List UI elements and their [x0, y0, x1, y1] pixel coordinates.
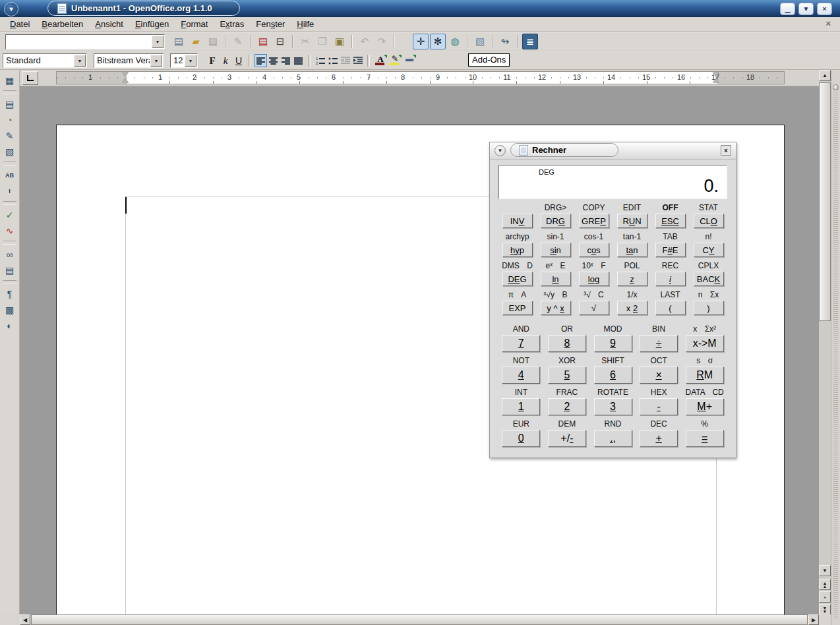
underline-button[interactable]: U: [233, 54, 245, 67]
paragraph-style-combobox[interactable]: Standard ▼: [3, 53, 87, 68]
horizontal-scroll-thumb[interactable]: [31, 614, 808, 625]
calc-key-pow[interactable]: y ^ x: [541, 301, 571, 315]
calc-key-tan[interactable]: tan: [617, 243, 647, 257]
autopilot-icon[interactable]: ↬: [497, 34, 513, 49]
align-left-button[interactable]: [255, 54, 267, 67]
gallery-icon[interactable]: ▧: [472, 34, 488, 49]
window-menu-button[interactable]: ▼: [4, 2, 18, 16]
direct-cursor-icon[interactable]: I: [2, 184, 18, 198]
separator[interactable]: [394, 35, 395, 48]
print-file-icon[interactable]: ⊟: [272, 34, 288, 49]
online-layout-icon[interactable]: ◐: [2, 318, 18, 333]
open-document-icon[interactable]: ▰: [188, 34, 204, 49]
separator[interactable]: [3, 90, 16, 94]
menu-item-fenster[interactable]: Fenster: [250, 18, 291, 30]
highlighting-button[interactable]: ✎: [388, 54, 402, 67]
separator[interactable]: [3, 241, 16, 245]
calc-key-square[interactable]: x 2: [617, 301, 647, 315]
font-dropdown-button[interactable]: ▼: [150, 55, 162, 67]
calc-key-7[interactable]: 7: [502, 335, 540, 352]
calc-key-lparen[interactable]: (: [655, 301, 686, 315]
calculator-close-button[interactable]: ×: [721, 145, 731, 156]
calc-key-9[interactable]: 9: [594, 335, 632, 352]
calc-key-sin[interactable]: sin: [541, 243, 571, 257]
undo-icon[interactable]: ↶: [357, 34, 373, 49]
navigation-button[interactable]: ●: [819, 591, 831, 603]
menu-item-datei[interactable]: Datei: [4, 18, 36, 30]
separator[interactable]: [3, 162, 16, 165]
close-window-button[interactable]: ×: [817, 3, 832, 15]
separator[interactable]: [225, 35, 226, 48]
calc-key-esc[interactable]: ESC: [655, 214, 686, 228]
scroll-left-button[interactable]: ◀: [20, 614, 30, 625]
calc-key-fe[interactable]: F#E: [655, 243, 686, 257]
insert-table-icon[interactable]: ▦: [2, 73, 18, 88]
font-name-combobox[interactable]: Bitstream Vera S ▼: [94, 53, 164, 68]
increase-indent-button[interactable]: [351, 54, 364, 67]
calc-key-deg[interactable]: DEG: [502, 272, 533, 286]
calc-key-exp[interactable]: EXP: [502, 301, 533, 315]
calc-key-1[interactable]: 1: [502, 398, 540, 415]
size-dropdown-button[interactable]: ▼: [185, 55, 196, 67]
calc-key-grep[interactable]: GREP: [579, 214, 609, 228]
calc-key-multiply[interactable]: ×: [640, 367, 678, 384]
calc-key-rparen[interactable]: ): [694, 301, 724, 315]
previous-page-button[interactable]: ▲▲: [819, 579, 831, 590]
calc-key-run[interactable]: RUN: [617, 214, 647, 228]
calc-key-hyp[interactable]: hyp: [502, 243, 533, 257]
separator[interactable]: [351, 35, 353, 48]
vertical-scroll-thumb[interactable]: [819, 82, 831, 321]
calc-key-8[interactable]: 8: [548, 335, 586, 352]
calc-key-sign[interactable]: +/-: [548, 430, 586, 447]
draw-functions-icon[interactable]: ✎: [2, 129, 18, 143]
calc-key-cos[interactable]: cos: [579, 243, 609, 257]
vertical-scrollbar[interactable]: ▲ ▼ ▲▲ ● ▼▼: [819, 70, 831, 614]
minimize-button[interactable]: ▁: [780, 3, 795, 15]
autospellcheck-icon[interactable]: ∿: [2, 223, 18, 238]
horizontal-scrollbar[interactable]: ◀ ▶: [20, 614, 819, 625]
paste-icon[interactable]: ▣: [332, 34, 347, 49]
calc-key-subtract[interactable]: -: [640, 398, 678, 415]
align-justify-button[interactable]: [292, 54, 305, 67]
calc-key-store-memory[interactable]: x->M: [686, 335, 724, 352]
separator[interactable]: [492, 35, 493, 48]
horizontal-ruler[interactable]: 1123456789101112131415161718: [20, 70, 819, 86]
calc-key-equals[interactable]: =: [686, 430, 724, 447]
align-center-button[interactable]: [267, 54, 280, 67]
nonprinting-characters-icon[interactable]: ¶: [2, 287, 18, 301]
font-size-combobox[interactable]: 12 ▼: [170, 53, 198, 68]
calc-key-divide[interactable]: ÷: [640, 335, 678, 352]
calculator-titlebar[interactable]: ▼ Rechner ×: [490, 142, 736, 160]
images-onoff-icon[interactable]: ▩: [2, 303, 18, 317]
align-right-button[interactable]: [280, 54, 292, 67]
find-icon[interactable]: ∞: [2, 247, 18, 262]
menu-item-hilfe[interactable]: Hilfe: [291, 18, 320, 30]
autotext-icon[interactable]: AB: [2, 168, 18, 183]
numbered-list-button[interactable]: 12: [314, 54, 326, 67]
data-sources-icon[interactable]: ▤: [2, 263, 18, 278]
calc-key-z[interactable]: z: [617, 272, 647, 286]
left-indent-marker[interactable]: [122, 72, 129, 84]
redo-icon[interactable]: ↷: [374, 34, 390, 49]
edit-file-icon[interactable]: ✎: [230, 34, 246, 49]
copy-icon[interactable]: ❐: [315, 34, 330, 49]
separator[interactable]: [3, 280, 16, 284]
save-document-icon[interactable]: ▦: [205, 34, 221, 49]
new-document-icon[interactable]: ▤: [171, 34, 187, 49]
bold-button[interactable]: F: [206, 54, 218, 67]
menu-item-bearbeiten[interactable]: Bearbeiten: [36, 18, 89, 30]
tab-type-selector-button[interactable]: [22, 71, 38, 85]
calc-key-0[interactable]: 0: [502, 430, 540, 447]
calc-key-6[interactable]: 6: [594, 367, 632, 384]
next-page-button[interactable]: ▼▼: [819, 604, 831, 615]
menu-item-extras[interactable]: Extras: [214, 18, 250, 30]
style-dropdown-button[interactable]: ▼: [74, 55, 86, 67]
export-pdf-icon[interactable]: ▤: [255, 34, 271, 49]
calc-key-4[interactable]: 4: [502, 367, 540, 384]
menu-item-format[interactable]: Format: [175, 18, 214, 30]
insert-icon[interactable]: ▤: [2, 97, 18, 111]
calc-key-sqrt[interactable]: √: [579, 301, 609, 315]
calculator-dialog[interactable]: ▼ Rechner × DEG 0. DRG>COPYEDITOFFSTATIN…: [489, 142, 736, 458]
font-color-button[interactable]: A: [374, 54, 387, 67]
navigator-icon[interactable]: ✛: [413, 34, 429, 49]
